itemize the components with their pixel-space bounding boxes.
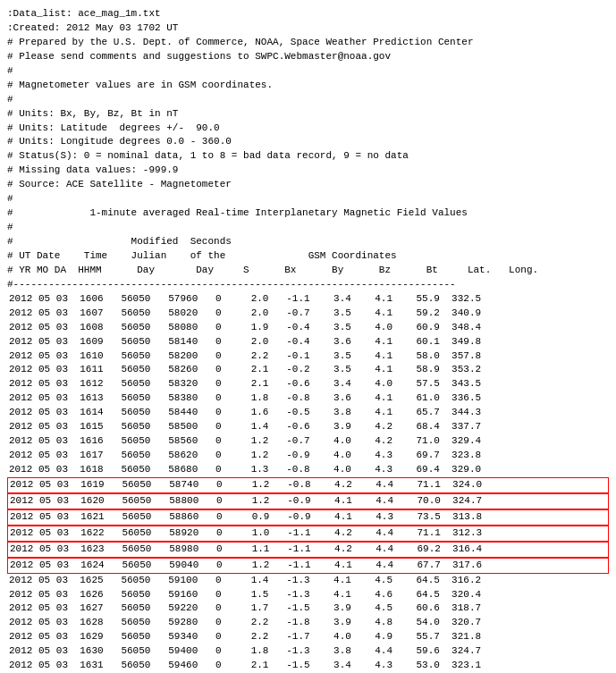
table-row: 2012 05 03 1615 56050 58500 0 1.4 -0.6 3… [7,420,609,434]
table-row: 2012 05 03 1623 56050 58980 0 1.1 -1.1 4… [7,542,609,558]
table-row: 2012 05 03 1610 56050 58200 0 2.2 -0.1 3… [7,349,609,364]
table-row: 2012 05 03 1611 56050 58260 0 2.1 -0.2 3… [7,363,609,377]
table-row: 2012 05 03 1612 56050 58320 0 2.1 -0.6 3… [7,377,609,391]
table-row: 2012 05 03 1622 56050 58920 0 1.0 -1.1 4… [7,526,609,542]
table-row: 2012 05 03 1606 56050 57960 0 2.0 -1.1 3… [7,292,609,307]
table-row: 2012 05 03 1618 56050 58680 0 1.3 -0.8 4… [7,463,609,477]
table-row: 2012 05 03 1631 56050 59460 0 2.1 -1.5 3… [7,659,609,673]
table-row: 2012 05 03 1624 56050 59040 0 1.2 -1.1 4… [7,558,609,574]
table-row: 2012 05 03 1613 56050 58380 0 1.8 -0.8 3… [7,391,609,406]
table-row: 2012 05 03 1616 56050 58560 0 1.2 -0.7 4… [7,434,609,449]
table-row: 2012 05 03 1609 56050 58140 0 2.0 -0.4 3… [7,335,609,349]
table-row: 2012 05 03 1607 56050 58020 0 2.0 -0.7 3… [7,307,609,321]
table-row: 2012 05 03 1614 56050 58440 0 1.6 -0.5 3… [7,406,609,420]
data-section: 2012 05 03 1606 56050 57960 0 2.0 -1.1 3… [7,292,609,673]
terminal-window: :Data_list: ace_mag_1m.txt :Created: 201… [7,7,609,673]
table-row: 2012 05 03 1620 56050 58800 0 1.2 -0.9 4… [7,493,609,509]
table-row: 2012 05 03 1629 56050 59340 0 2.2 -1.7 4… [7,630,609,644]
table-row: 2012 05 03 1625 56050 59100 0 1.4 -1.3 4… [7,574,609,588]
header-section: :Data_list: ace_mag_1m.txt :Created: 201… [7,7,609,292]
table-row: 2012 05 03 1617 56050 58620 0 1.2 -0.9 4… [7,449,609,463]
table-row: 2012 05 03 1630 56050 59400 0 1.8 -1.3 3… [7,644,609,659]
table-row: 2012 05 03 1628 56050 59280 0 2.2 -1.8 3… [7,616,609,630]
table-row: 2012 05 03 1626 56050 59160 0 1.5 -1.3 4… [7,588,609,602]
table-row: 2012 05 03 1627 56050 59220 0 1.7 -1.5 3… [7,601,609,616]
table-row: 2012 05 03 1621 56050 58860 0 0.9 -0.9 4… [7,509,609,526]
table-row: 2012 05 03 1608 56050 58080 0 1.9 -0.4 3… [7,321,609,335]
table-row: 2012 05 03 1619 56050 58740 0 1.2 -0.8 4… [7,477,609,493]
